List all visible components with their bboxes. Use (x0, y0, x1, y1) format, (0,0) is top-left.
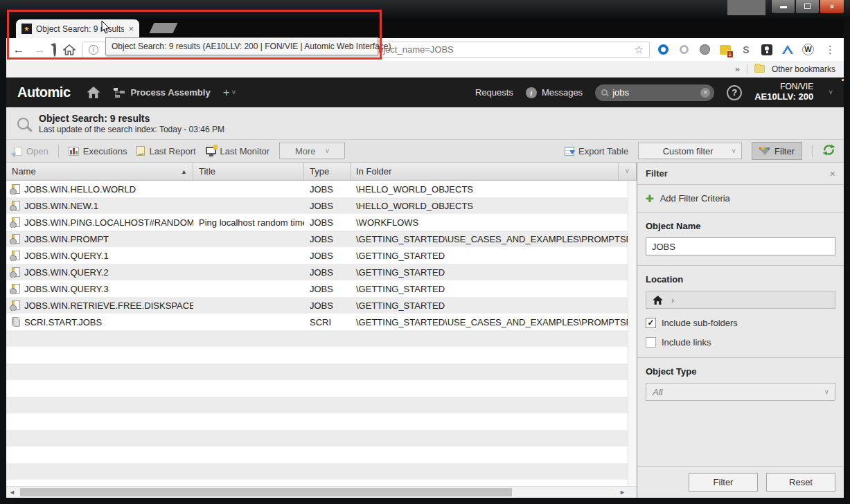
new-tab-button[interactable] (150, 23, 178, 33)
cell-type: JOBS (304, 284, 351, 294)
empty-row (6, 447, 628, 463)
messages-button[interactable]: i Messages (526, 87, 583, 98)
bookmarks-overflow-icon[interactable]: » (735, 64, 740, 74)
back-button[interactable]: ← (12, 43, 26, 57)
table-row[interactable]: JOBS.WIN.QUERY.3 JOBS \GETTING_STARTED (6, 280, 628, 297)
search-input[interactable] (612, 87, 696, 98)
object-name-input[interactable] (646, 237, 835, 255)
forward-button[interactable]: → (33, 43, 46, 57)
executions-button[interactable]: Executions (69, 146, 127, 156)
breadcrumb-chevron-icon: › (671, 295, 674, 305)
more-dropdown[interactable]: More ˅ (279, 143, 345, 159)
extension-s-icon[interactable]: S (740, 44, 752, 56)
cell-name: JOBS.WIN.RETRIEVE.FREE.DISKSPACE (24, 300, 193, 311)
sort-ascending-icon: ▲ (181, 168, 187, 175)
table-row[interactable]: JOBS.WIN.PING.LOCALHOST#RANDOM Ping loca… (6, 214, 628, 231)
checkbox-unchecked-icon[interactable] (646, 337, 656, 348)
automic-logo[interactable]: Automic (17, 84, 74, 100)
page-header: Object Search: 9 results Last update of … (6, 107, 844, 140)
browser-menu-icon[interactable]: ⋮ (822, 44, 838, 56)
scroll-left-icon[interactable]: ◄ (9, 489, 15, 496)
automic-favicon-icon: * (21, 24, 32, 34)
table-row[interactable]: JOBS.WIN.RETRIEVE.FREE.DISKSPACE JOBS \G… (6, 297, 628, 314)
jobs-object-icon (12, 184, 20, 194)
add-filter-criteria-button[interactable]: + Add Filter Criteria (637, 185, 844, 213)
last-monitor-button[interactable]: Last Monitor (206, 146, 270, 156)
location-breadcrumb[interactable]: › (646, 291, 835, 309)
folder-icon (754, 65, 765, 73)
open-button[interactable]: Open (15, 146, 48, 156)
bookmark-star-icon[interactable]: ☆ (635, 44, 644, 56)
reset-button[interactable]: Reset (766, 473, 835, 492)
scroll-right-icon[interactable]: ► (619, 489, 626, 496)
automic-web-interface: Automic Process Assembly + ˅ Requests i … (6, 78, 844, 498)
table-row[interactable]: JOBS.WIN.QUERY.2 JOBS \GETTING_STARTED (6, 264, 628, 280)
object-type-dropdown[interactable]: All ˅ (646, 383, 835, 401)
extension-globe-icon[interactable] (698, 44, 711, 56)
extension-blue-circle-icon[interactable] (657, 44, 669, 56)
cell-folder: \GETTING_STARTED (351, 251, 628, 261)
browser-tab[interactable]: * Object Search: 9 results ( × (16, 19, 139, 38)
column-menu-button[interactable]: ˅ (618, 163, 637, 180)
minimize-button[interactable] (771, 0, 795, 14)
clear-search-icon[interactable]: × (700, 88, 710, 98)
scrollbar-thumb[interactable] (20, 488, 512, 496)
open-icon (15, 147, 22, 156)
browser-home-button[interactable] (63, 44, 76, 55)
column-header-type[interactable]: Type (304, 163, 351, 180)
cell-title: Ping localhost random times (193, 217, 304, 228)
table-row[interactable]: JOBS.WIN.HELLO.WORLD JOBS \HELLO_WORLD_O… (6, 181, 628, 197)
other-bookmarks-button[interactable]: Other bookmarks (772, 64, 835, 74)
browser-window: × * Object Search: 9 results ( × ← → i @… (0, 0, 850, 504)
filter-toggle-button[interactable]: Filter (752, 142, 802, 160)
extension-notes-icon[interactable]: 1 (719, 44, 732, 56)
bookmarks-separator (747, 64, 747, 74)
jobs-object-icon (12, 217, 20, 227)
empty-row (6, 347, 628, 363)
cell-name: JOBS.WIN.QUERY.2 (24, 267, 109, 278)
home-button[interactable] (87, 87, 100, 98)
reload-button[interactable] (53, 44, 56, 56)
checkbox-checked-icon[interactable]: ✓ (646, 318, 656, 328)
extension-gray-circle-icon[interactable] (678, 44, 690, 56)
horizontal-scrollbar[interactable]: ◄ ► (6, 486, 637, 498)
help-button[interactable]: ? (727, 85, 742, 100)
global-search[interactable]: × (595, 84, 714, 101)
process-assembly-label: Process Assembly (131, 87, 211, 98)
last-report-button[interactable]: Last Report (136, 146, 195, 156)
extension-lightbulb-icon[interactable] (761, 44, 773, 56)
column-header-folder[interactable]: In Folder (351, 163, 618, 180)
mouse-cursor (101, 21, 111, 35)
home-icon (63, 44, 76, 55)
filter-toggle-label: Filter (774, 146, 795, 156)
tab-close-icon[interactable]: × (128, 24, 134, 34)
page-info-icon[interactable]: i (89, 45, 98, 55)
maximize-button[interactable] (795, 0, 820, 14)
vertical-scrollbar[interactable] (628, 181, 637, 486)
custom-filter-dropdown[interactable]: Custom filter ˅ (638, 143, 742, 159)
connection-menu[interactable]: FON/VIE AE10LLV: 200 (754, 82, 813, 102)
results-table: Name ▲ Title Type In Folder ˅ JOBS.WIN.H… (6, 163, 637, 498)
table-row[interactable]: JOBS.WIN.PROMPT JOBS \GETTING_STARTED\US… (6, 231, 628, 247)
tab-process-assembly[interactable]: Process Assembly (113, 87, 211, 98)
export-table-button[interactable]: Export Table (565, 146, 628, 156)
extension-w-icon[interactable]: W (802, 44, 814, 55)
add-view-button[interactable]: + ˅ (223, 86, 236, 100)
empty-row (6, 397, 628, 413)
close-button[interactable]: × (820, 0, 844, 14)
close-panel-icon[interactable]: × (830, 168, 835, 179)
apply-filter-button[interactable]: Filter (689, 473, 758, 492)
extension-triangle-icon[interactable] (781, 44, 794, 56)
page-title: Object Search: 9 results (39, 113, 224, 124)
column-header-name[interactable]: Name ▲ (6, 163, 193, 180)
executions-label: Executions (83, 146, 127, 156)
table-row[interactable]: JOBS.WIN.QUERY.1 JOBS \GETTING_STARTED (6, 247, 628, 264)
table-row[interactable]: SCRI.START.JOBS SCRI \GETTING_STARTED\US… (6, 314, 628, 330)
column-header-title[interactable]: Title (193, 163, 304, 180)
object-type-label: Object Type (646, 366, 835, 377)
include-links-row[interactable]: Include links (646, 337, 835, 348)
refresh-button[interactable] (822, 144, 835, 158)
include-subfolders-row[interactable]: ✓ Include sub-folders (646, 318, 835, 328)
table-row[interactable]: JOBS.WIN.NEW.1 JOBS \HELLO_WORLD_OBJECTS (6, 197, 628, 214)
requests-button[interactable]: Requests (475, 87, 513, 98)
